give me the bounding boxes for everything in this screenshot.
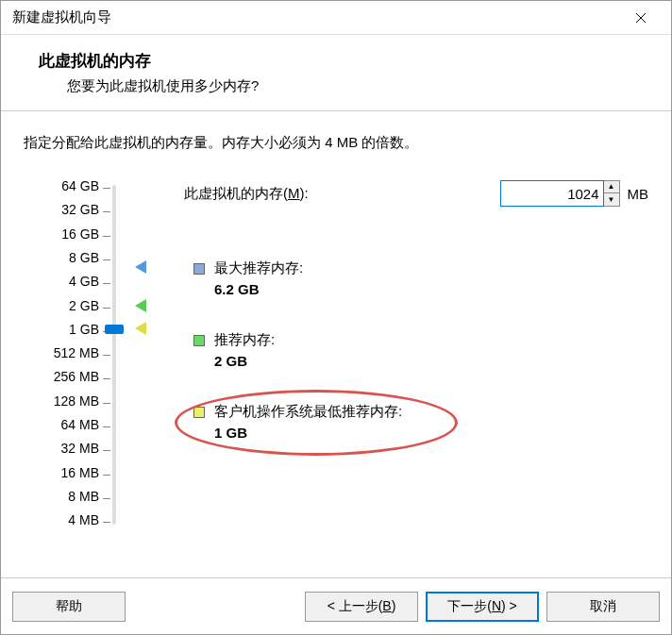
min-marker-icon <box>135 322 146 335</box>
tick-label: 16 MB <box>42 465 99 480</box>
memory-spinner: ▲ ▼ <box>604 180 620 207</box>
recommended-marker-icon <box>135 299 146 312</box>
slider-thumb[interactable] <box>105 325 124 334</box>
page-title: 此虚拟机的内存 <box>39 50 648 72</box>
spinner-down-button[interactable]: ▼ <box>604 193 619 206</box>
help-button[interactable]: 帮助 <box>12 592 126 622</box>
legend-max-label: 最大推荐内存: <box>214 259 303 277</box>
wizard-window: 新建虚拟机向导 此虚拟机的内存 您要为此虚拟机使用多少内存? 指定分配给此虚拟机… <box>0 0 672 635</box>
spinner-up-button[interactable]: ▲ <box>604 181 619 193</box>
legend-recommended: 推荐内存: 2 GB <box>193 331 275 369</box>
tick-label: 64 MB <box>42 417 99 432</box>
memory-slider-area: 64 GB32 GB16 GB8 GB4 GB2 GB1 GB512 MB256… <box>24 180 165 539</box>
memory-slider[interactable] <box>112 185 116 525</box>
page-subtitle: 您要为此虚拟机使用多少内存? <box>39 77 648 95</box>
tick-label: 32 GB <box>42 202 99 217</box>
legend-min: 客户机操作系统最低推荐内存: 1 GB <box>193 403 402 441</box>
tick-label: 1 GB <box>42 322 99 337</box>
tick-line <box>103 403 110 404</box>
tick-label: 4 MB <box>42 512 99 527</box>
tick-line <box>103 378 110 379</box>
memory-input[interactable] <box>500 180 604 207</box>
legend-max-value: 6.2 GB <box>214 281 303 297</box>
legend-rec-value: 2 GB <box>214 353 275 369</box>
next-button[interactable]: 下一步(N) > <box>426 592 539 622</box>
tick-line <box>103 426 110 427</box>
memory-label: 此虚拟机的内存(M): <box>184 185 500 203</box>
square-green-icon <box>193 335 205 346</box>
square-blue-icon <box>193 263 205 275</box>
tick-label: 8 MB <box>42 489 99 504</box>
square-yellow-icon <box>193 407 205 418</box>
memory-details: 此虚拟机的内存(M): ▲ ▼ MB 最大推荐内存: <box>165 180 648 539</box>
titlebar: 新建虚拟机向导 <box>1 1 671 35</box>
tick-label: 32 MB <box>42 441 99 456</box>
tick-line <box>103 522 110 523</box>
tick-label: 4 GB <box>42 274 99 289</box>
wizard-footer: 帮助 < 上一步(B) 下一步(N) > 取消 <box>1 577 671 634</box>
close-icon <box>635 12 647 24</box>
memory-input-row: 此虚拟机的内存(M): ▲ ▼ MB <box>184 180 648 207</box>
tick-line <box>103 450 110 451</box>
legend-min-label: 客户机操作系统最低推荐内存: <box>214 403 402 421</box>
tick-label: 128 MB <box>42 393 99 409</box>
tick-line <box>103 308 110 309</box>
wizard-header: 此虚拟机的内存 您要为此虚拟机使用多少内存? <box>1 35 671 111</box>
memory-config-area: 64 GB32 GB16 GB8 GB4 GB2 GB1 GB512 MB256… <box>24 180 648 539</box>
tick-line <box>103 188 110 189</box>
memory-input-group: ▲ ▼ MB <box>500 180 649 207</box>
memory-unit: MB <box>628 186 649 202</box>
max-marker-icon <box>135 260 146 274</box>
tick-label: 256 MB <box>42 369 99 384</box>
tick-line <box>103 211 110 212</box>
legend-max: 最大推荐内存: 6.2 GB <box>193 259 303 297</box>
legend-rec-label: 推荐内存: <box>214 331 275 349</box>
tick-line <box>103 498 110 499</box>
tick-line <box>103 475 110 476</box>
back-button[interactable]: < 上一步(B) <box>305 592 418 622</box>
close-button[interactable] <box>622 4 660 32</box>
tick-label: 512 MB <box>42 345 99 360</box>
tick-line <box>103 259 110 260</box>
tick-line <box>103 236 110 237</box>
tick-label: 8 GB <box>42 250 99 265</box>
cancel-button[interactable]: 取消 <box>546 592 660 622</box>
content-area: 指定分配给此虚拟机的内存量。内存大小必须为 4 MB 的倍数。 64 GB32 … <box>1 111 671 577</box>
tick-label: 64 GB <box>42 178 99 193</box>
tick-label: 2 GB <box>42 298 99 313</box>
window-title: 新建虚拟机向导 <box>12 8 111 26</box>
tick-line <box>103 355 110 356</box>
tick-label: 16 GB <box>42 226 99 242</box>
legend-min-value: 1 GB <box>214 425 402 441</box>
tick-line <box>103 283 110 284</box>
instruction-text: 指定分配给此虚拟机的内存量。内存大小必须为 4 MB 的倍数。 <box>24 134 648 152</box>
